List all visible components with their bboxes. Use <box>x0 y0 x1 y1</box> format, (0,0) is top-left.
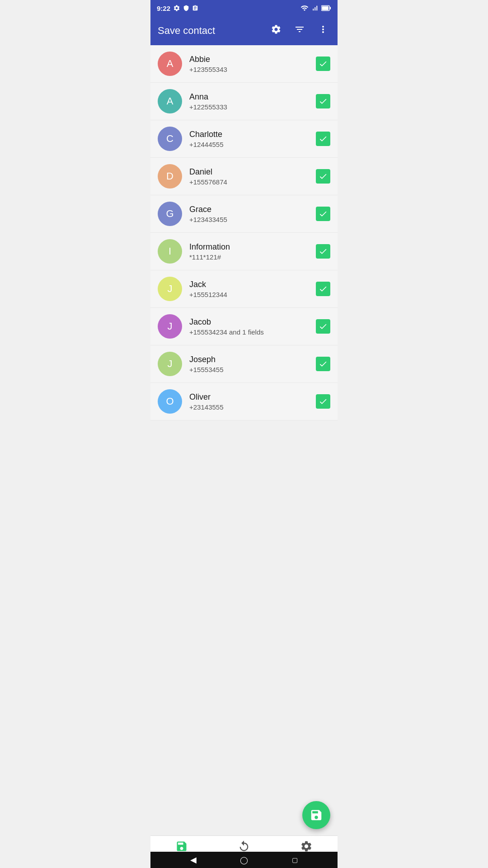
contact-phone: *111*121# <box>189 253 316 261</box>
contact-avatar: O <box>158 389 182 414</box>
contact-item-anna[interactable]: A Anna +122555333 <box>150 83 338 120</box>
gear-icon <box>271 24 282 35</box>
wifi-icon <box>300 4 309 12</box>
settings-button[interactable] <box>269 22 283 39</box>
contact-info: Jacob +155534234 and 1 fields <box>189 317 316 336</box>
check-icon <box>319 134 328 143</box>
contact-checkbox[interactable] <box>316 169 330 184</box>
contact-info: Grace +123433455 <box>189 205 316 223</box>
contact-info: Daniel +155576874 <box>189 167 316 186</box>
contact-avatar: G <box>158 202 182 226</box>
contact-checkbox[interactable] <box>316 319 330 334</box>
check-icon <box>319 284 328 293</box>
contact-checkbox[interactable] <box>316 94 330 108</box>
contact-list: A Abbie +123555343 A Anna +122555333 C C… <box>150 45 338 420</box>
contact-name: Oliver <box>189 392 316 402</box>
contact-item-information[interactable]: I Information *111*121# <box>150 233 338 270</box>
contact-avatar: I <box>158 239 182 264</box>
contact-name: Anna <box>189 92 316 102</box>
status-right <box>300 4 331 12</box>
contact-info: Jack +155512344 <box>189 280 316 298</box>
check-icon <box>319 59 328 68</box>
contact-phone: +15553455 <box>189 366 316 373</box>
svg-rect-2 <box>330 7 331 9</box>
status-left: 9:22 <box>157 5 198 12</box>
contact-item-oliver[interactable]: O Oliver +23143555 <box>150 383 338 420</box>
status-time: 9:22 <box>157 5 170 12</box>
contact-avatar: J <box>158 277 182 301</box>
check-icon <box>319 359 328 368</box>
filter-icon <box>294 24 305 35</box>
contact-info: Oliver +23143555 <box>189 392 316 411</box>
check-icon <box>319 397 328 406</box>
contact-info: Information *111*121# <box>189 242 316 261</box>
contact-avatar: J <box>158 314 182 339</box>
check-icon <box>319 322 328 331</box>
contact-phone: +155576874 <box>189 178 316 186</box>
contact-name: Daniel <box>189 167 316 177</box>
check-icon <box>319 97 328 106</box>
contact-phone: +122555333 <box>189 103 316 111</box>
contact-checkbox[interactable] <box>316 57 330 71</box>
contact-name: Grace <box>189 205 316 214</box>
check-icon <box>319 247 328 256</box>
battery-icon <box>321 5 331 11</box>
app-bar-title: Save contact <box>158 25 215 37</box>
contact-name: Abbie <box>189 55 316 64</box>
contact-avatar: D <box>158 164 182 189</box>
contact-checkbox[interactable] <box>316 282 330 296</box>
contact-checkbox[interactable] <box>316 207 330 221</box>
contact-phone: +12444555 <box>189 141 316 148</box>
app-bar-actions <box>269 22 330 39</box>
filter-button[interactable] <box>292 22 307 39</box>
contact-avatar: C <box>158 127 182 151</box>
contact-item-charlotte[interactable]: C Charlotte +12444555 <box>150 120 338 158</box>
check-icon <box>319 209 328 218</box>
signal-icon <box>311 5 319 12</box>
contact-avatar: A <box>158 89 182 113</box>
contact-avatar: J <box>158 352 182 376</box>
contact-name: Charlotte <box>189 130 316 139</box>
shield-status-icon <box>183 5 189 11</box>
contact-item-grace[interactable]: G Grace +123433455 <box>150 195 338 233</box>
app-bar: Save contact <box>150 16 338 45</box>
contact-phone: +155512344 <box>189 291 316 298</box>
contact-name: Jack <box>189 280 316 289</box>
status-bar: 9:22 <box>150 0 338 16</box>
contact-phone: +123555343 <box>189 66 316 73</box>
contact-info: Abbie +123555343 <box>189 55 316 73</box>
contact-item-abbie[interactable]: A Abbie +123555343 <box>150 45 338 83</box>
contact-checkbox[interactable] <box>316 132 330 146</box>
contact-phone: +23143555 <box>189 403 316 411</box>
contact-name: Joseph <box>189 355 316 364</box>
contact-phone: +123433455 <box>189 216 316 223</box>
contact-checkbox[interactable] <box>316 394 330 409</box>
check-icon <box>319 172 328 181</box>
contact-item-joseph[interactable]: J Joseph +15553455 <box>150 345 338 383</box>
contact-avatar: A <box>158 52 182 76</box>
svg-rect-1 <box>322 6 328 10</box>
contact-name: Jacob <box>189 317 316 327</box>
contact-item-jack[interactable]: J Jack +155512344 <box>150 270 338 308</box>
clipboard-status-icon <box>192 5 198 11</box>
contact-name: Information <box>189 242 316 252</box>
more-icon <box>318 24 328 35</box>
contact-checkbox[interactable] <box>316 244 330 259</box>
contact-info: Charlotte +12444555 <box>189 130 316 148</box>
more-button[interactable] <box>316 22 330 39</box>
contact-item-jacob[interactable]: J Jacob +155534234 and 1 fields <box>150 308 338 345</box>
contact-checkbox[interactable] <box>316 357 330 371</box>
contact-info: Anna +122555333 <box>189 92 316 111</box>
contact-phone: +155534234 and 1 fields <box>189 328 316 336</box>
settings-status-icon <box>173 5 180 12</box>
contact-item-daniel[interactable]: D Daniel +155576874 <box>150 158 338 195</box>
contact-info: Joseph +15553455 <box>189 355 316 373</box>
